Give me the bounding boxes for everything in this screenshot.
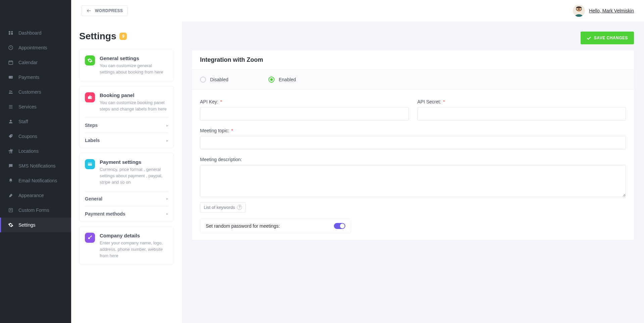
keywords-button[interactable]: List of keywords ?	[200, 202, 246, 213]
card-title: Booking panel	[100, 92, 168, 98]
page-title: Settings 9	[79, 31, 174, 42]
card-desc: You can customize general settings about…	[100, 63, 168, 76]
card-general-settings[interactable]: General settings You can customize gener…	[79, 49, 174, 81]
api-secret-label: API Secret: *	[417, 99, 626, 104]
location-icon	[8, 148, 13, 154]
sidebar-item-label: Calendar	[18, 60, 38, 65]
sidebar-item-label: Staff	[18, 119, 28, 124]
gear-icon	[85, 55, 95, 65]
payment-sub-general[interactable]: General▸	[85, 191, 168, 206]
card-desc: You can customize booking panel steps an…	[100, 100, 168, 112]
sidebar-item-label: Customers	[18, 89, 41, 95]
chevron-right-icon: ▸	[166, 124, 168, 127]
card-booking-panel: Booking panel You can customize booking …	[79, 86, 174, 148]
radio-disabled[interactable]: Disabled	[200, 77, 228, 83]
user-greeting-link[interactable]: Hello, Mark Velmiskin	[589, 8, 634, 13]
card-title: Payment settings	[100, 159, 168, 165]
sidebar-item-appointments[interactable]: Appointments	[0, 40, 71, 55]
sidebar-item-label: Appearance	[18, 193, 44, 198]
card-icon	[85, 159, 95, 169]
svg-point-7	[11, 135, 12, 136]
sidebar-item-label: Custom Forms	[18, 207, 49, 213]
avatar[interactable]	[573, 5, 585, 17]
api-key-label: API Key: *	[200, 99, 409, 104]
booking-sub-labels[interactable]: Labels▸	[85, 133, 168, 148]
sidebar-item-customers[interactable]: Customers	[0, 85, 71, 99]
sidebar-item-dashboard[interactable]: Dashboard	[0, 26, 71, 40]
sidebar-item-email-notifications[interactable]: Email Notifications	[0, 173, 71, 188]
users-icon	[8, 89, 13, 95]
topbar: WORDPRESS Hello, Mark Velmiskin	[71, 0, 644, 21]
sidebar-item-label: Settings	[18, 222, 36, 228]
sidebar-item-label: Dashboard	[18, 30, 42, 36]
list-icon	[8, 104, 13, 109]
meeting-description-textarea[interactable]	[200, 165, 626, 197]
sidebar-item-payments[interactable]: Payments	[0, 70, 71, 85]
clock-icon	[8, 45, 13, 50]
sidebar-item-label: Email Notifications	[18, 178, 57, 183]
user-box: Hello, Mark Velmiskin	[573, 5, 634, 17]
radio-enabled[interactable]: Enabled	[268, 77, 296, 83]
sidebar-item-sms-notifications[interactable]: SMS Notifications	[0, 158, 71, 173]
svg-point-15	[88, 237, 90, 239]
card-payment-settings: Payment settings Currency, price format …	[79, 153, 174, 222]
sidebar-item-coupons[interactable]: Coupons	[0, 129, 71, 144]
card-company-details[interactable]: Company details Enter your company name,…	[79, 226, 174, 265]
sidebar-item-settings[interactable]: Settings	[0, 218, 71, 232]
gear-icon	[8, 222, 13, 228]
svg-point-5	[11, 91, 12, 92]
help-icon: ?	[237, 205, 242, 210]
sidebar-item-staff[interactable]: Staff	[0, 114, 71, 129]
chevron-right-icon: ▸	[166, 212, 168, 216]
wallet-icon	[8, 75, 13, 80]
back-arrow-icon	[86, 8, 92, 13]
sidebar-item-label: Payments	[18, 75, 39, 80]
sidebar-item-label: Services	[18, 104, 37, 109]
tag-icon	[8, 134, 13, 139]
forms-icon	[8, 207, 13, 213]
chevron-right-icon: ▸	[166, 197, 168, 200]
chevron-right-icon: ▸	[166, 139, 168, 142]
sidebar-item-label: Appointments	[18, 45, 47, 50]
meeting-topic-label: Meeting topic: *	[200, 128, 626, 133]
sidebar-item-appearance[interactable]: Appearance	[0, 188, 71, 203]
svg-rect-1	[9, 61, 13, 64]
svg-point-6	[10, 120, 11, 122]
meeting-topic-input[interactable]	[200, 136, 626, 149]
card-title: General settings	[100, 55, 168, 61]
payment-sub-methods[interactable]: Payment methods▸	[85, 206, 168, 221]
svg-rect-14	[88, 164, 92, 164]
random-password-toggle-row: Set random password for meetings:	[200, 219, 351, 233]
api-secret-input[interactable]	[417, 107, 626, 121]
random-password-label: Set random password for meetings:	[206, 223, 280, 229]
sidebar-item-calendar[interactable]: Calendar	[0, 55, 71, 70]
brush-icon	[8, 193, 13, 198]
sidebar-item-label: Locations	[18, 148, 39, 154]
meeting-description-label: Meeting description:	[200, 157, 626, 162]
panel-title: Integration with Zoom	[192, 50, 634, 70]
settings-badge: 9	[119, 33, 127, 40]
settings-nav: Settings 9 General settings You can cust…	[71, 21, 182, 323]
bell-icon	[8, 178, 13, 183]
sidebar-item-custom-forms[interactable]: Custom Forms	[0, 203, 71, 218]
wordpress-button[interactable]: WORDPRESS	[81, 5, 128, 16]
booking-sub-steps[interactable]: Steps▸	[85, 118, 168, 133]
random-password-toggle[interactable]	[334, 223, 345, 229]
sms-icon	[8, 163, 13, 169]
sidebar-item-locations[interactable]: Locations	[0, 144, 71, 158]
card-title: Company details	[100, 233, 168, 238]
sidebar-item-label: SMS Notifications	[18, 163, 55, 169]
wordpress-button-label: WORDPRESS	[95, 8, 123, 13]
dashboard-icon	[8, 30, 13, 36]
check-icon	[587, 36, 591, 40]
sidebar-item-services[interactable]: Services	[0, 99, 71, 114]
svg-point-4	[9, 90, 11, 92]
card-desc: Currency, price format , general setting…	[100, 167, 168, 186]
key-icon	[85, 233, 95, 243]
user-icon	[8, 119, 13, 124]
api-key-input[interactable]	[200, 107, 409, 121]
save-changes-button[interactable]: SAVE CHANGES	[581, 32, 634, 44]
svg-point-3	[11, 77, 12, 78]
card-desc: Enter your company name, logo, address, …	[100, 240, 168, 259]
sidebar: DashboardAppointmentsCalendarPaymentsCus…	[0, 0, 71, 323]
